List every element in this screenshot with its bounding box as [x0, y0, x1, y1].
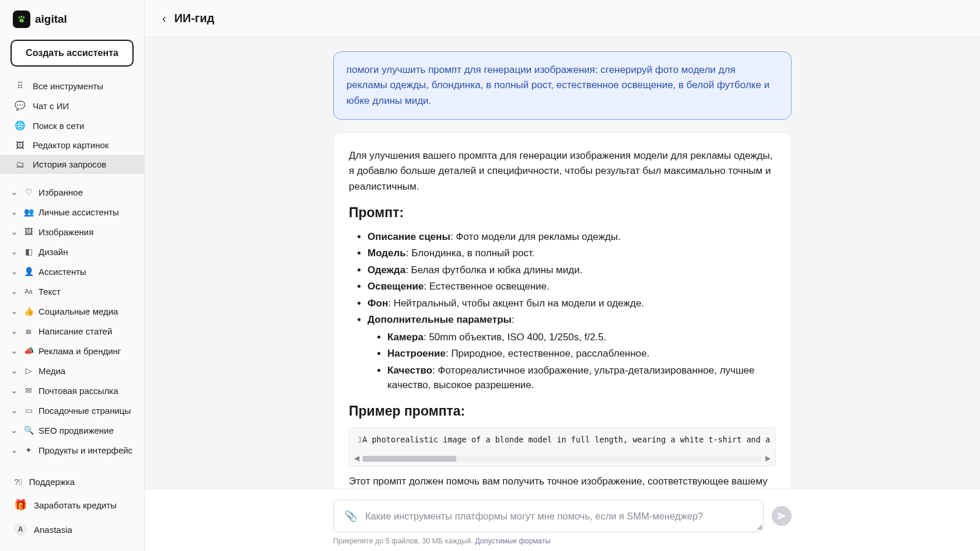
group-label: Социальные медиа	[38, 306, 118, 316]
nav-label: Чат с ИИ	[33, 101, 69, 111]
design-icon: ◧	[23, 247, 34, 256]
group-label: Медиа	[38, 366, 65, 376]
main: ‹ ИИ-гид помоги улучшить промпт для гене…	[145, 0, 980, 551]
group-landing-pages[interactable]: ⌄▭Посадочные страницы	[0, 400, 144, 420]
code-line: 1 A photorealistic image of a blonde mod…	[349, 428, 775, 452]
nav-label: Редактор картинок	[33, 140, 108, 150]
group-products-ui[interactable]: ⌄✦Продукты и интерфейс	[0, 440, 144, 460]
chevron-down-icon: ⌄	[10, 187, 19, 197]
chevron-down-icon: ⌄	[10, 425, 19, 435]
megaphone-icon: 📣	[23, 346, 34, 355]
nav-label: Все инструменты	[33, 81, 103, 91]
group-images[interactable]: ⌄🖼Изображения	[0, 222, 144, 242]
group-favorites[interactable]: ⌄♡Избранное	[0, 182, 144, 202]
page-title: ИИ-гид	[174, 12, 215, 25]
group-email[interactable]: ⌄✉Почтовая рассылка	[0, 381, 144, 400]
image-edit-icon: 🖼	[14, 140, 26, 150]
chevron-down-icon: ⌄	[10, 246, 19, 257]
attachment-icon[interactable]: 📎	[344, 510, 357, 522]
nav-label: Поиск в сети	[33, 121, 84, 131]
svg-point-0	[19, 16, 20, 18]
svg-point-3	[19, 19, 24, 22]
grid-icon: ⠿	[14, 81, 26, 91]
group-label: Написание статей	[38, 326, 112, 336]
group-label: Реклама и брендинг	[38, 346, 121, 356]
page-icon: ▭	[23, 406, 34, 415]
user-account[interactable]: A Anastasia	[0, 517, 144, 542]
support-link[interactable]: ?⃝ Поддержка	[0, 471, 144, 493]
group-label: Дизайн	[38, 247, 68, 257]
scroll-track[interactable]	[363, 456, 762, 462]
list-item: Качество: Фотореалистичное изображение, …	[387, 363, 776, 393]
composer[interactable]: 📎 ◢	[333, 500, 764, 532]
group-text[interactable]: ⌄AaТекст	[0, 281, 144, 301]
group-label: Личные ассистенты	[38, 207, 119, 217]
group-label: Почтовая рассылка	[38, 386, 118, 396]
group-personal-assistants[interactable]: ⌄👥Личные ассистенты	[0, 202, 144, 222]
prompt-heading: Промпт:	[349, 203, 776, 224]
list-item: Одежда: Белая футболка и юбка длины миди…	[368, 263, 776, 278]
nav-history[interactable]: 🗂 История запросов	[0, 155, 144, 174]
seo-icon: 🔍	[23, 426, 34, 435]
list-item: Модель: Блондинка, в полный рост.	[368, 246, 776, 261]
user-message-bubble: помоги улучшить промпт для генерации изо…	[333, 51, 792, 120]
back-button[interactable]: ‹	[162, 12, 166, 25]
user-message-text: помоги улучшить промпт для генерации изо…	[346, 64, 769, 106]
group-label: Посадочные страницы	[38, 406, 131, 416]
people-icon: 👥	[23, 207, 34, 217]
image-icon: 🖼	[23, 227, 34, 236]
list-item: Дополнительные параметры: Камера: 50mm о…	[368, 312, 776, 393]
assistant-message-block: Для улучшения вашего промпта для генерац…	[333, 132, 792, 489]
group-media[interactable]: ⌄▷Медиа	[0, 361, 144, 381]
group-social-media[interactable]: ⌄👍Социальные медиа	[0, 301, 144, 321]
earn-label: Заработать кредиты	[34, 500, 117, 510]
nav-all-tools[interactable]: ⠿ Все инструменты	[0, 76, 144, 96]
nav-primary: ⠿ Все инструменты 💬 Чат с ИИ 🌐 Поиск в с…	[0, 75, 144, 180]
scroll-left-icon[interactable]: ◀	[354, 453, 359, 464]
list-item: Освещение: Естественное освещение.	[368, 279, 776, 294]
message-input[interactable]	[365, 511, 752, 522]
svg-point-1	[20, 16, 22, 18]
scroll-right-icon[interactable]: ▶	[765, 453, 771, 464]
composer-hint: Прикрепите до 5 файлов, 30 МБ каждый. До…	[333, 537, 792, 545]
top-bar: ‹ ИИ-гид	[145, 0, 980, 37]
chevron-down-icon: ⌄	[10, 346, 19, 356]
chat-icon: 💬	[14, 100, 26, 111]
mail-icon: ✉	[23, 386, 34, 395]
chevron-down-icon: ⌄	[10, 306, 19, 316]
chevron-down-icon: ⌄	[10, 286, 19, 297]
hint-link[interactable]: Допустимые форматы	[475, 537, 551, 545]
group-label: Ассистенты	[38, 267, 86, 277]
nav-chat-ai[interactable]: 💬 Чат с ИИ	[0, 96, 144, 116]
assistant-outro: Этот промпт должен помочь вам получить т…	[349, 474, 776, 489]
line-number: 1	[358, 434, 362, 446]
group-design[interactable]: ⌄◧Дизайн	[0, 242, 144, 261]
list-item: Описание сцены: Фото модели для рекламы …	[368, 229, 776, 245]
thumb-icon: 👍	[23, 306, 34, 316]
sidebar-groups: ⌄♡Избранное ⌄👥Личные ассистенты ⌄🖼Изобра…	[0, 180, 144, 462]
nav-image-editor[interactable]: 🖼 Редактор картинок	[0, 135, 144, 155]
send-button[interactable]	[772, 506, 792, 526]
scroll-thumb[interactable]	[363, 456, 456, 462]
composer-area: 📎 ◢ Прикрепите до 5 файлов, 30 МБ каждый…	[145, 489, 980, 551]
example-heading: Пример промпта:	[349, 401, 776, 422]
svg-point-2	[23, 16, 24, 18]
group-assistants[interactable]: ⌄👤Ассистенты	[0, 261, 144, 281]
group-articles[interactable]: ⌄≣Написание статей	[0, 321, 144, 341]
group-advertising[interactable]: ⌄📣Реклама и брендинг	[0, 341, 144, 361]
nav-web-search[interactable]: 🌐 Поиск в сети	[0, 116, 144, 135]
create-assistant-button[interactable]: Создать ассистента	[10, 40, 134, 67]
chevron-down-icon: ⌄	[10, 365, 19, 376]
conversation: помоги улучшить промпт для генерации изо…	[333, 51, 792, 489]
earn-credits-link[interactable]: 🎁 Заработать кредиты	[0, 493, 144, 517]
resize-handle-icon[interactable]: ◢	[757, 522, 762, 531]
code-horizontal-scrollbar[interactable]: ◀ ▶	[349, 452, 775, 466]
brand-name: aigital	[35, 13, 67, 26]
help-icon: ?⃝	[14, 477, 22, 487]
text-icon: Aa	[23, 288, 34, 295]
nav-label: История запросов	[33, 159, 106, 169]
assistant-intro: Для улучшения вашего промпта для генерац…	[349, 148, 776, 194]
group-seo[interactable]: ⌄🔍SEO продвижение	[0, 420, 144, 440]
prompt-list: Описание сцены: Фото модели для рекламы …	[349, 229, 776, 393]
content-scroll[interactable]: помоги улучшить промпт для генерации изо…	[145, 37, 980, 489]
